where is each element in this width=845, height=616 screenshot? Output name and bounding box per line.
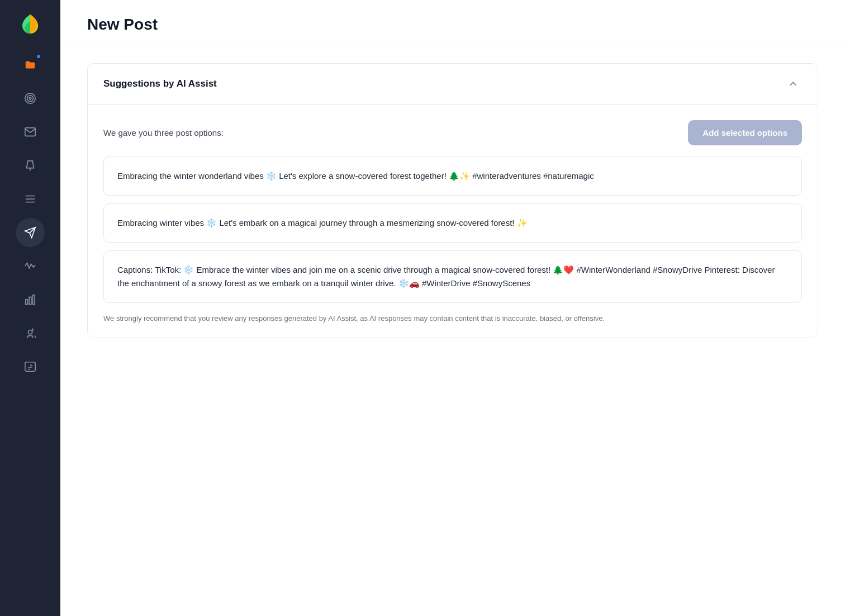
svg-point-3: [29, 97, 31, 99]
sidebar-item-inbox[interactable]: [16, 117, 45, 146]
svg-rect-11: [26, 300, 28, 304]
main-content: New Post Suggestions by AI Assist We gav…: [60, 0, 845, 616]
sidebar-item-people[interactable]: [16, 319, 45, 348]
sidebar-item-analytics[interactable]: [16, 252, 45, 281]
disclaimer-text: We strongly recommend that you review an…: [103, 313, 802, 324]
svg-rect-15: [25, 362, 35, 372]
ai-panel-title: Suggestions by AI Assist: [103, 78, 217, 89]
collapse-button[interactable]: [784, 75, 802, 93]
svg-point-14: [28, 330, 32, 334]
suggestion-text-2: Embracing winter vibes ❄️ Let's embark o…: [117, 218, 528, 228]
sidebar-item-profile[interactable]: [16, 352, 45, 381]
suggestion-card-1[interactable]: Embracing the winter wonderland vibes ❄️…: [103, 157, 802, 196]
sidebar-item-listening[interactable]: [16, 285, 45, 314]
ai-panel-body: We gave you three post options: Add sele…: [88, 105, 818, 338]
suggestion-text-3: Captions: TikTok: ❄️ Embrace the winter …: [117, 265, 775, 288]
suggestion-text-1: Embracing the winter wonderland vibes ❄️…: [117, 171, 594, 181]
sidebar-item-reports[interactable]: [16, 184, 45, 214]
ai-assist-panel: Suggestions by AI Assist We gave you thr…: [87, 63, 818, 338]
notification-badge: [36, 54, 41, 59]
svg-point-2: [27, 96, 34, 102]
sidebar-item-pin[interactable]: [16, 151, 45, 180]
sidebar-item-folder[interactable]: [16, 50, 45, 79]
page-header: New Post: [60, 0, 845, 45]
suggestion-card-2[interactable]: Embracing winter vibes ❄️ Let's embark o…: [103, 203, 802, 243]
options-label: We gave you three post options:: [103, 128, 224, 138]
sidebar-item-send[interactable]: [16, 218, 45, 247]
sidebar-logo[interactable]: [17, 10, 44, 39]
suggestion-card-3[interactable]: Captions: TikTok: ❄️ Embrace the winter …: [103, 250, 802, 303]
svg-rect-13: [33, 295, 35, 305]
svg-rect-12: [29, 297, 31, 304]
options-header: We gave you three post options: Add sele…: [103, 120, 802, 145]
sidebar: [0, 0, 60, 616]
ai-panel-header: Suggestions by AI Assist: [88, 64, 818, 105]
content-area: Suggestions by AI Assist We gave you thr…: [60, 45, 845, 356]
sidebar-item-publishing[interactable]: [16, 84, 45, 113]
svg-point-1: [25, 93, 35, 103]
page-title: New Post: [87, 16, 818, 34]
add-selected-button[interactable]: Add selected options: [688, 120, 802, 145]
